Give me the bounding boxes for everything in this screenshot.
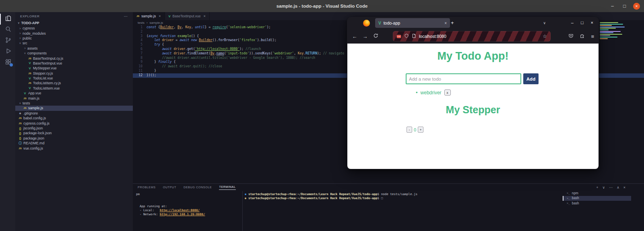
- terminal-npm-output[interactable]: pm App running at: - Local: http://local…: [136, 192, 239, 216]
- maximize-button[interactable]: □: [581, 20, 584, 25]
- more-actions-icon[interactable]: ⋯: [609, 185, 613, 189]
- chevron-up-icon[interactable]: ∧: [617, 185, 619, 189]
- stepper-decrement-button[interactable]: -: [407, 127, 412, 133]
- terminal-list-item-bash-2[interactable]: >_bash: [563, 201, 631, 206]
- remove-todo-button[interactable]: x: [444, 89, 451, 96]
- terminal-list-item-bash-1[interactable]: >_bash: [563, 196, 631, 201]
- sidebar-item-extensions[interactable]: [0, 57, 15, 68]
- sidebar-item-run-debug[interactable]: [0, 46, 15, 57]
- minimap[interactable]: [600, 22, 630, 44]
- bookmark-star-icon[interactable]: ☆: [543, 33, 547, 39]
- explorer-item-public[interactable]: >public: [15, 36, 133, 41]
- address-bar[interactable]: localhost:8080 ☆: [393, 31, 551, 42]
- minimize-button[interactable]: –: [571, 20, 574, 25]
- url-text[interactable]: localhost:8080: [419, 34, 540, 39]
- file-label: node_modules: [23, 31, 46, 35]
- terminal-bash[interactable]: startechup@startechup-rhea:~/Documents/L…: [245, 192, 559, 200]
- close-tab-icon[interactable]: ×: [203, 14, 205, 18]
- new-tab-button[interactable]: +: [451, 20, 454, 26]
- vue-file-icon: V: [169, 15, 171, 18]
- list-tabs-chevron-icon[interactable]: ∨: [543, 21, 546, 25]
- line-number: 6: [133, 47, 147, 52]
- shield-icon[interactable]: [404, 33, 409, 40]
- command-decoration-dot: [245, 194, 246, 195]
- maximize-button[interactable]: □: [621, 3, 628, 10]
- project-section-header[interactable]: ∨ TODO-APP: [15, 20, 133, 26]
- file-tree: >cypress>node_modules>public∨src>assets∨…: [15, 26, 133, 151]
- firefox-titlebar[interactable]: V todo-app × + ∨ – □ ×: [347, 17, 599, 29]
- explorer-item-cypress.config.js[interactable]: JScypress.config.js: [15, 121, 133, 125]
- explorer-item-babel.config.js[interactable]: JSbabel.config.js: [15, 116, 133, 121]
- explorer-item-README.md[interactable]: ⓘREADME.md: [15, 141, 133, 146]
- explorer-item-node_modules[interactable]: >node_modules: [15, 31, 133, 35]
- window-controls: – □ ×: [609, 0, 640, 12]
- robot-icon[interactable]: [396, 33, 401, 40]
- explorer-item-TodoListItem.cy.js[interactable]: JSTodoListItem.cy.js: [15, 81, 133, 85]
- terminal-icon: >_: [567, 197, 570, 200]
- explorer-item-sample.js[interactable]: JSsample.js: [15, 106, 133, 110]
- sidebar-item-explorer[interactable]: [0, 14, 15, 25]
- back-button[interactable]: ←: [352, 33, 357, 40]
- breadcrumb[interactable]: tests › sample.js: [133, 20, 163, 25]
- more-actions-icon[interactable]: ⋯: [124, 14, 128, 19]
- firefox-window-controls: – □ ×: [571, 20, 593, 25]
- explorer-item-tests[interactable]: ∨tests: [15, 101, 133, 106]
- explorer-item-Stepper.cy.js[interactable]: JSStepper.cy.js: [15, 71, 133, 76]
- chevron-down-icon[interactable]: ∨: [603, 185, 605, 189]
- close-tab-icon[interactable]: ×: [444, 21, 447, 25]
- chevron-down-icon: ∨: [18, 42, 23, 45]
- menu-icon[interactable]: ≡: [591, 33, 594, 40]
- sidebar-item-search[interactable]: [0, 25, 15, 35]
- extensions-puzzle-icon[interactable]: [580, 33, 585, 40]
- explorer-item-.gitignore[interactable]: ◆.gitignore: [15, 111, 133, 116]
- breadcrumb-file[interactable]: sample.js: [150, 21, 163, 25]
- explorer-item-src[interactable]: ∨src: [15, 41, 133, 46]
- line-number: 1: [133, 25, 147, 30]
- stepper-increment-button[interactable]: +: [418, 127, 423, 133]
- explorer-item-jsconfig.json[interactable]: {}jsconfig.json: [15, 126, 133, 131]
- breadcrumb-folder[interactable]: tests: [138, 21, 144, 25]
- firefox-icon[interactable]: [363, 20, 370, 27]
- source-control-icon: [5, 37, 12, 45]
- panel-tab-debug-console[interactable]: DEBUG CONSOLE: [184, 185, 212, 189]
- explorer-item-BaseTextInput.vue[interactable]: VBaseTextInput.vue: [15, 61, 133, 66]
- close-panel-icon[interactable]: ×: [623, 185, 625, 189]
- page-info-icon[interactable]: [412, 33, 416, 40]
- chevron-down-icon: ∨: [18, 102, 23, 105]
- explorer-item-cypress[interactable]: >cypress: [15, 26, 133, 31]
- line-number: 9: [133, 60, 147, 65]
- explorer-item-package-lock.json[interactable]: {}package-lock.json: [15, 131, 133, 135]
- todo-input[interactable]: [406, 73, 521, 84]
- panel-tab-output[interactable]: OUTPUT: [163, 185, 176, 189]
- explorer-item-vue.config.js[interactable]: JSvue.config.js: [15, 146, 133, 150]
- forward-button[interactable]: →: [362, 33, 368, 40]
- minimize-button[interactable]: –: [609, 3, 616, 10]
- add-todo-button[interactable]: Add: [523, 73, 539, 84]
- new-terminal-icon[interactable]: +: [596, 185, 598, 189]
- explorer-item-package.json[interactable]: {}package.json: [15, 136, 133, 141]
- close-tab-icon[interactable]: ×: [159, 14, 161, 18]
- explorer-item-assets[interactable]: >assets: [15, 46, 133, 51]
- panel-tab-problems[interactable]: PROBLEMS: [138, 185, 156, 189]
- browser-tab-todo-app[interactable]: V todo-app ×: [375, 18, 450, 28]
- explorer-item-App.vue[interactable]: VApp.vue: [15, 91, 133, 96]
- explorer-item-MyStepper.vue[interactable]: VMyStepper.vue: [15, 66, 133, 71]
- explorer-item-main.js[interactable]: JSmain.js: [15, 96, 133, 100]
- explorer-item-TodoListItem.vue[interactable]: VTodoListItem.vue: [15, 86, 133, 91]
- editor-tab-sample-js[interactable]: JS sample.js ×: [133, 12, 165, 20]
- panel-tab-terminal[interactable]: TERMINAL: [219, 185, 235, 190]
- explorer-item-components[interactable]: ∨components: [15, 51, 133, 56]
- pocket-icon[interactable]: [568, 33, 574, 40]
- close-button[interactable]: ×: [633, 3, 640, 10]
- js-file-icon: JS: [136, 15, 139, 17]
- terminal-split-divider[interactable]: [242, 191, 243, 231]
- sidebar-item-source-control[interactable]: [0, 35, 15, 46]
- js-file-icon: JS: [23, 97, 27, 100]
- command-decoration-dot: [245, 198, 246, 199]
- close-button[interactable]: ×: [591, 20, 593, 25]
- terminal-list-item-npm-0[interactable]: >_npm: [563, 191, 631, 196]
- reload-button[interactable]: [373, 33, 378, 40]
- explorer-item-TodoList.vue[interactable]: VTodoList.vue: [15, 76, 133, 81]
- editor-tab-basetextinput-vue[interactable]: V BaseTextInput.vue ×: [165, 12, 210, 20]
- explorer-item-BaseTextInput.cy.js[interactable]: JSBaseTextInput.cy.js: [15, 56, 133, 60]
